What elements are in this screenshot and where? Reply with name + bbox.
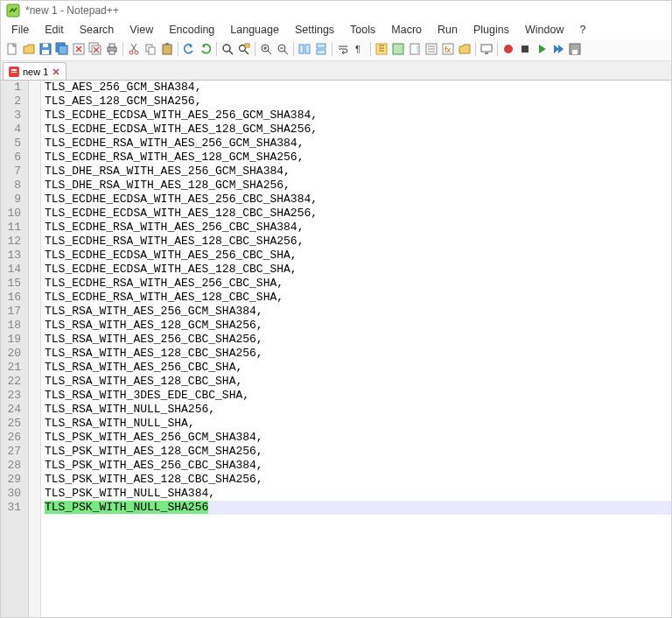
code-line[interactable]: TLS_ECDHE_ECDSA_WITH_AES_256_GCM_SHA384,: [45, 109, 671, 123]
code-line[interactable]: TLS_RSA_WITH_NULL_SHA256,: [45, 403, 671, 417]
menu-run[interactable]: Run: [430, 22, 465, 38]
code-line[interactable]: TLS_PSK_WITH_AES_256_CBC_SHA384,: [45, 459, 671, 473]
svg-rect-18: [165, 43, 169, 46]
save-macro-icon[interactable]: [567, 41, 583, 57]
code-line[interactable]: TLS_DHE_RSA_WITH_AES_128_GCM_SHA256,: [45, 179, 671, 193]
code-line[interactable]: TLS_ECDHE_ECDSA_WITH_AES_256_CBC_SHA,: [45, 249, 671, 263]
menu-[interactable]: ?: [572, 22, 592, 38]
toolbar-separator: [293, 42, 294, 56]
monitor-icon[interactable]: [479, 41, 494, 57]
sync-hscroll-icon[interactable]: [313, 41, 329, 57]
code-line[interactable]: TLS_RSA_WITH_AES_128_GCM_SHA256,: [45, 319, 671, 333]
close-all-icon[interactable]: [88, 41, 103, 57]
code-line[interactable]: TLS_ECDHE_RSA_WITH_AES_256_GCM_SHA384,: [45, 137, 671, 151]
code-line[interactable]: TLS_PSK_WITH_NULL_SHA256: [45, 501, 671, 515]
code-line[interactable]: TLS_ECDHE_RSA_WITH_AES_256_CBC_SHA384,: [45, 221, 671, 235]
indent-guide-icon[interactable]: [374, 41, 389, 57]
undo-icon[interactable]: [181, 41, 197, 57]
code-line[interactable]: TLS_DHE_RSA_WITH_AES_256_GCM_SHA384,: [45, 165, 671, 179]
zoom-in-icon[interactable]: [258, 41, 274, 57]
stop-macro-icon[interactable]: [517, 41, 533, 57]
menu-plugins[interactable]: Plugins: [466, 22, 516, 38]
code-line[interactable]: TLS_PSK_WITH_AES_128_GCM_SHA256,: [45, 445, 671, 459]
print-icon[interactable]: [104, 41, 120, 57]
line-number: 18: [4, 319, 21, 333]
copy-icon[interactable]: [143, 41, 158, 57]
menu-language[interactable]: Language: [223, 22, 286, 38]
new-file-icon[interactable]: [4, 41, 20, 57]
code-line[interactable]: TLS_ECDHE_ECDSA_WITH_AES_128_CBC_SHA,: [45, 263, 671, 277]
sync-vscroll-icon[interactable]: [297, 41, 312, 57]
save-icon[interactable]: [38, 41, 53, 57]
line-number: 24: [4, 403, 21, 417]
show-all-chars-icon[interactable]: ¶: [352, 41, 368, 57]
svg-rect-30: [393, 44, 403, 54]
toolbar-separator: [216, 42, 217, 56]
code-line[interactable]: TLS_RSA_WITH_3DES_EDE_CBC_SHA,: [45, 389, 671, 403]
line-number: 13: [4, 249, 21, 263]
line-number: 22: [4, 375, 21, 389]
code-line[interactable]: TLS_ECDHE_ECDSA_WITH_AES_128_CBC_SHA256,: [45, 207, 671, 221]
code-line[interactable]: TLS_RSA_WITH_AES_256_GCM_SHA384,: [45, 305, 671, 319]
close-icon[interactable]: [71, 41, 87, 57]
cut-icon[interactable]: [126, 41, 142, 57]
code-line[interactable]: TLS_RSA_WITH_AES_256_CBC_SHA256,: [45, 333, 671, 347]
menu-tools[interactable]: Tools: [343, 22, 382, 38]
record-macro-icon[interactable]: [500, 41, 516, 57]
code-line[interactable]: TLS_RSA_WITH_NULL_SHA,: [45, 417, 671, 431]
svg-rect-27: [317, 50, 326, 54]
doc-map-icon[interactable]: [407, 41, 423, 57]
code-line[interactable]: TLS_PSK_WITH_AES_256_GCM_SHA384,: [45, 431, 671, 445]
svg-rect-41: [572, 50, 578, 54]
redo-icon[interactable]: [198, 41, 214, 57]
menu-file[interactable]: File: [4, 22, 36, 38]
code-line[interactable]: TLS_AES_256_GCM_SHA384,: [45, 81, 671, 95]
code-line[interactable]: TLS_RSA_WITH_AES_128_CBC_SHA,: [45, 375, 671, 389]
code-line[interactable]: TLS_ECDHE_ECDSA_WITH_AES_256_CBC_SHA384,: [45, 193, 671, 207]
line-number: 19: [4, 333, 21, 347]
doc-list-icon[interactable]: [424, 41, 439, 57]
menu-settings[interactable]: Settings: [288, 22, 341, 38]
fold-margin: [29, 81, 41, 617]
menu-window[interactable]: Window: [518, 22, 570, 38]
folder-workspace-icon[interactable]: [457, 41, 472, 57]
menu-encoding[interactable]: Encoding: [162, 22, 221, 38]
function-list-icon[interactable]: fx: [440, 41, 456, 57]
menu-macro[interactable]: Macro: [384, 22, 429, 38]
line-number: 20: [4, 347, 21, 361]
app-icon: [6, 4, 20, 18]
code-line[interactable]: TLS_ECDHE_ECDSA_WITH_AES_128_GCM_SHA256,: [45, 123, 671, 137]
svg-rect-32: [416, 46, 418, 53]
toolbar-separator: [122, 42, 123, 56]
toolbar-separator: [255, 42, 256, 56]
menu-view[interactable]: View: [122, 22, 160, 38]
menu-edit[interactable]: Edit: [38, 22, 71, 38]
code-line[interactable]: TLS_ECDHE_RSA_WITH_AES_256_CBC_SHA,: [45, 277, 671, 291]
code-line[interactable]: TLS_ECDHE_RSA_WITH_AES_128_GCM_SHA256,: [45, 151, 671, 165]
word-wrap-icon[interactable]: [335, 41, 351, 57]
code-area[interactable]: TLS_AES_256_GCM_SHA384,TLS_AES_128_GCM_S…: [41, 81, 671, 617]
paste-icon[interactable]: [159, 41, 175, 57]
code-line[interactable]: TLS_PSK_WITH_NULL_SHA384,: [45, 487, 671, 501]
code-line[interactable]: TLS_AES_128_GCM_SHA256,: [45, 95, 671, 109]
file-tab[interactable]: new 1: [3, 62, 66, 80]
menu-search[interactable]: Search: [73, 22, 122, 38]
code-line[interactable]: TLS_RSA_WITH_AES_256_CBC_SHA,: [45, 361, 671, 375]
tab-close-icon[interactable]: [52, 67, 60, 76]
open-file-icon[interactable]: [21, 41, 37, 57]
save-all-icon[interactable]: [54, 41, 70, 57]
code-line[interactable]: TLS_PSK_WITH_AES_128_CBC_SHA256,: [45, 473, 671, 487]
play-macro-icon[interactable]: [534, 41, 550, 57]
code-line[interactable]: TLS_ECDHE_RSA_WITH_AES_128_CBC_SHA,: [45, 291, 671, 305]
code-line[interactable]: TLS_ECDHE_RSA_WITH_AES_128_CBC_SHA256,: [45, 235, 671, 249]
svg-point-20: [240, 46, 246, 52]
editor[interactable]: 1234567891011121314151617181920212223242…: [1, 81, 671, 617]
play-macro-multi-icon[interactable]: [550, 41, 566, 57]
user-lang-icon[interactable]: [390, 41, 406, 57]
code-line[interactable]: TLS_RSA_WITH_AES_128_CBC_SHA256,: [45, 347, 671, 361]
svg-point-19: [223, 45, 230, 52]
line-number: 25: [4, 417, 21, 431]
zoom-out-icon[interactable]: [275, 41, 290, 57]
find-icon[interactable]: [220, 41, 235, 57]
replace-icon[interactable]: [236, 41, 252, 57]
